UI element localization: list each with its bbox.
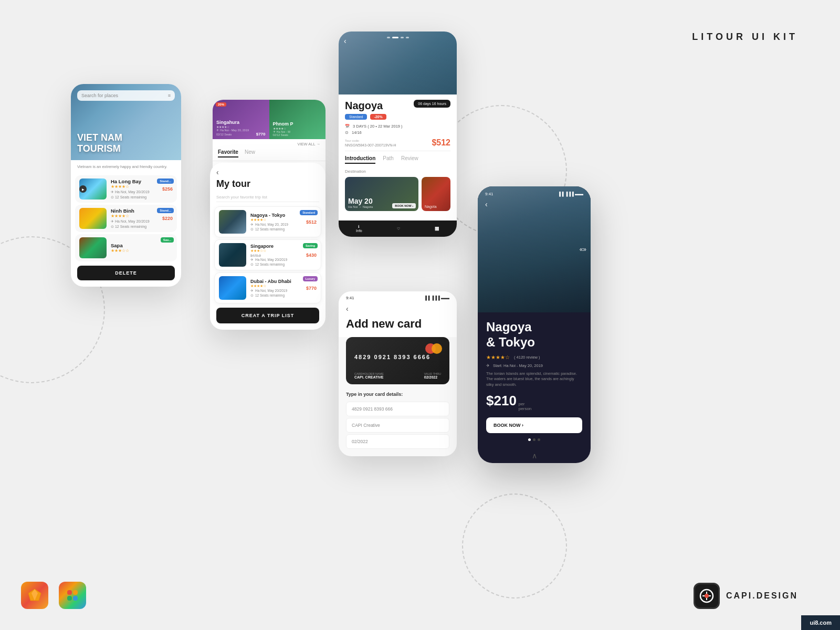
ninhbinh-image [79, 208, 107, 229]
image-dots [387, 37, 409, 38]
ninhbinh-name: Ninh Binh [111, 208, 158, 214]
title-line2: & Tokyo [486, 335, 535, 349]
phone5-indicator-dots [486, 438, 582, 441]
singahura-bottom: 02/12 Seats $770 [216, 132, 266, 136]
phone5-stars: ★★★★☆ [486, 354, 510, 360]
info-button[interactable]: ℹ Info [356, 225, 362, 233]
nagoya-price: $512 [432, 138, 450, 148]
tab-path[interactable]: Path [383, 155, 394, 164]
sapa-info: Sapa ★★★☆☆ [111, 243, 173, 253]
seat-icon2: ⊙ [111, 225, 114, 228]
book-now-button[interactable]: BOOK NOW › [392, 203, 416, 208]
expiry-input[interactable]: 02/2022 [346, 434, 449, 449]
ninhbinh-info: Ninh Binh ★★★★☆ ✈ Ha Noi, May 20/2019 ⊙ … [111, 208, 158, 229]
phone5-book-button[interactable]: BOOK NOW › [486, 417, 582, 433]
phone5-dot-2 [533, 438, 536, 441]
svg-rect-2 [67, 590, 72, 595]
nav-arrows[interactable]: «» [580, 246, 586, 253]
sapa-stars: ★★★☆☆ [111, 248, 173, 253]
info-icon: ℹ [356, 225, 362, 229]
mytour-title: My tour [210, 178, 326, 193]
create-trip-button[interactable]: CREAT A TRIP LIST [216, 308, 319, 323]
singapore-tour-info: Singapore ★★★☆☆ $470.9 ✈ Ha Noi, May 20/… [250, 244, 302, 267]
play-icon: ▶ [79, 185, 87, 193]
figma-icon [59, 582, 86, 609]
brand-title: LITOUR UI KIT [692, 32, 798, 43]
phone1-subtitle: Vietnam is an extremely happy and friend… [71, 160, 181, 173]
phone3-tabs: Introduction Path Review [345, 155, 450, 164]
singapore-tour-stars: ★★★☆☆ [250, 249, 302, 253]
phone5-price: $210 [486, 393, 517, 409]
watermark: ui8.com [801, 615, 840, 630]
phone-nagoya-detail: ‹ Nagoya 06 days 16 hours Standard -20% … [339, 32, 457, 237]
tab-review[interactable]: Review [401, 155, 418, 164]
credit-card-visual: 4829 0921 8393 6666 CARDHOLDER NAME CAPI… [346, 337, 449, 384]
halong-info: Ha Long Bay ★★★★☆ ✈ Ha Noi, May 20/2019 … [111, 178, 158, 200]
share-icon: ⬜ [435, 227, 439, 231]
nagoya-standard-badge: Standard [345, 114, 367, 120]
plane-icon2: ✈ [111, 219, 114, 223]
nagoya-tour-name: Nagoya - Tokyo [250, 213, 302, 218]
phone1-card-halong[interactable]: ▶ Ha Long Bay ★★★★☆ ✈ Ha Noi, May 20/201… [75, 175, 177, 203]
tab-new[interactable]: New [245, 149, 255, 158]
tab-favorite[interactable]: Favorite [218, 149, 238, 158]
phone5-dot-1 [528, 438, 531, 441]
phone-vietnam-tourism: Search for places ≡ VIET NAMTOURISM Viet… [71, 84, 181, 287]
phone5-content: Nagoya & Tokyo ★★★★☆ ( 4120 review ) ✈ S… [478, 312, 591, 448]
phnomp-bottom: 02/12 Seats [273, 133, 322, 136]
dest-card-nagota[interactable]: Nagota [422, 177, 450, 211]
cardholder-name-input[interactable]: CAPI Creative [346, 418, 449, 433]
status5-icons: ▐▐ ▐▐▐ ▬▬ [558, 192, 583, 196]
capi-brand-name: CAPI.DESIGN [726, 591, 798, 601]
seat-icon3: ⊙ [345, 130, 349, 135]
share-button[interactable]: ⬜ [435, 227, 439, 231]
halong-date: ✈ Ha Noi, May 20/2019 [111, 190, 158, 194]
phone4-title: Add new card [339, 315, 457, 337]
phone5-destination-title: Nagoya & Tokyo [486, 320, 582, 350]
nagoya-name-row: Nagoya 06 days 16 hours [345, 100, 450, 112]
view-all-link[interactable]: VIEW ALL → [213, 139, 326, 149]
hero-overlay [339, 32, 457, 94]
svg-point-7 [705, 594, 709, 598]
phone5-hero: 9:41 ▐▐ ▐▐▐ ▬▬ ‹ «» [478, 186, 591, 312]
delete-button[interactable]: DELETE [77, 266, 175, 280]
singahura-card: 20% Singahura ★★★★☆ ✈ Ha Noi - May 20, 2… [213, 100, 269, 139]
nagoya-city-name: Nagoya [345, 100, 383, 112]
capi-logo-icon [694, 583, 720, 609]
mytour-search[interactable]: Search your favorite trip list [216, 193, 319, 202]
phone5-description: The Ionian Islands are splendid, cinemat… [486, 371, 582, 388]
dot-4 [406, 37, 409, 38]
card-number-input[interactable]: 4829 0921 8393 666 [346, 402, 449, 416]
capi-footer: CAPI.DESIGN [694, 583, 798, 609]
dubai-tour-stars: ★★★★☆ [250, 284, 302, 288]
nagoya-tour-seats: ⊙ 12 Seats remaining [250, 227, 302, 232]
heart-button[interactable]: ♡ [397, 227, 400, 231]
tab-introduction[interactable]: Introduction [345, 155, 375, 164]
ninhbinh-price: $220 [162, 216, 173, 221]
mc-orange-circle [432, 343, 442, 354]
hero5-overlay [478, 186, 591, 312]
card-labels: CARDHOLDER NAME CAPI. CREATIVE VALID THR… [354, 372, 441, 379]
phone3-back-button[interactable]: ‹ [344, 37, 346, 45]
phone1-card-ninhbinh[interactable]: Ninh Binh ★★★★☆ ✈ Ha Noi, May 20/2019 ⊙ … [75, 205, 177, 232]
singapore-tour-oldprice: $470.9 [250, 254, 302, 257]
mytour-back-button[interactable]: ‹ [210, 163, 326, 178]
ninhbinh-stars: ★★★★☆ [111, 214, 158, 218]
phone4-back-button[interactable]: ‹ [339, 302, 457, 315]
favorite-tabs: Favorite New [213, 149, 326, 161]
nagoya-tour-badge: Standard [300, 210, 318, 215]
phone1-card-sapa[interactable]: Sapa ★★★☆☆ Sav... [75, 234, 177, 261]
phone5-back-button[interactable]: ‹ [485, 200, 488, 208]
nagoya-days-info: 📅 3 DAYS ( 20 • 22 Mar 2019 ) [345, 124, 450, 129]
svg-rect-5 [73, 596, 78, 601]
phone1-search-bar[interactable]: Search for places ≡ [77, 90, 175, 101]
filter-icon: ≡ [168, 93, 171, 98]
mytour-card-nagoya[interactable]: Nagoya - Tokyo ★★★★☆ ✈ Ha Noi, May 20, 2… [214, 206, 321, 237]
dest-card-may20[interactable]: May 20 Ha Noi → Nagota BOOK NOW › [345, 177, 418, 211]
dot-1 [387, 37, 390, 38]
plane-icon5: ✈ [486, 363, 490, 368]
singapore-tour-date: ✈ Ha Noi, May 20/2019 [250, 258, 302, 262]
mytour-card-singapore[interactable]: Singapore ★★★☆☆ $470.9 ✈ Ha Noi, May 20/… [214, 239, 321, 270]
mytour-card-dubai[interactable]: Dubai - Abu Dhabi ★★★★☆ ✈ Ha Noi, May 20… [214, 272, 321, 303]
svg-rect-4 [67, 596, 72, 601]
